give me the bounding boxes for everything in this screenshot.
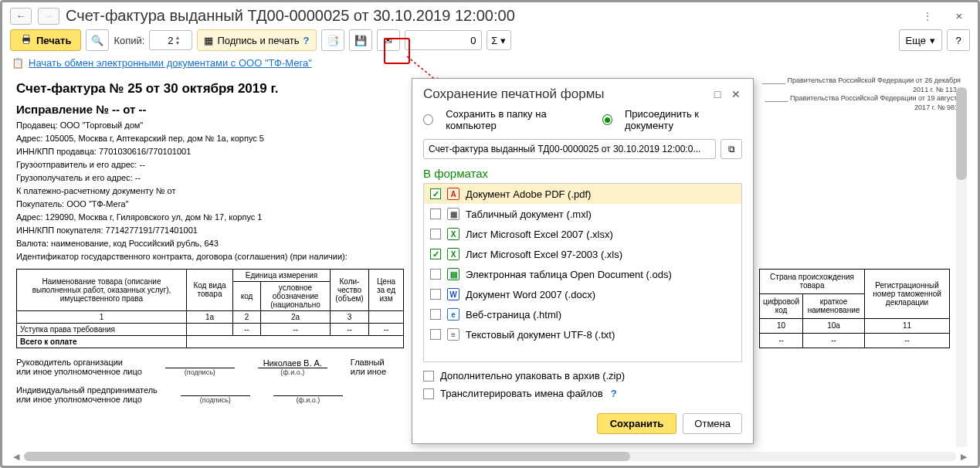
preview-button[interactable]: 🔍 — [86, 29, 109, 51]
save-button[interactable]: Сохранить — [597, 413, 677, 434]
svg-rect-2 — [24, 41, 29, 43]
print-label: Печать — [36, 35, 71, 46]
regulation-note: ______ Правительства Российской Федераци… — [760, 76, 961, 113]
sign-and-stamp-button[interactable]: ▦ Подпись и печать ? — [197, 29, 316, 51]
more-button[interactable]: Еще ▾ — [899, 29, 942, 51]
format-item[interactable]: W Документ Word 2007 (.docx) — [424, 284, 741, 304]
checkbox-translit[interactable] — [423, 388, 434, 399]
format-label: Документ Adobe PDF (.pdf) — [466, 188, 591, 200]
magnifier-icon: 🔍 — [91, 35, 103, 46]
help-icon[interactable]: ? — [611, 388, 617, 399]
send-email-button[interactable]: ✉ — [377, 29, 400, 51]
horizontal-scrollbar[interactable] — [24, 452, 956, 461]
vertical-scrollbar[interactable] — [956, 87, 967, 447]
doc-icon: W — [447, 288, 459, 300]
open-file-button[interactable]: ⧉ — [721, 139, 742, 159]
format-checkbox[interactable] — [430, 329, 441, 340]
save-file-button[interactable]: 💾 — [349, 29, 372, 51]
format-label: Текстовый документ UTF-8 (.txt) — [466, 329, 615, 341]
edit-template-button[interactable]: 📑 — [321, 29, 344, 51]
radio-attach-doc[interactable] — [602, 114, 612, 125]
format-checkbox[interactable] — [430, 249, 441, 259]
scroll-right-icon[interactable]: ▶ — [958, 450, 970, 463]
scroll-left-icon[interactable]: ◀ — [10, 450, 22, 463]
envelope-icon: ✉ — [384, 35, 392, 46]
format-checkbox[interactable] — [430, 188, 441, 199]
page-title: Счет-фактура выданный ТД00-0000025 от 30… — [66, 7, 916, 25]
copies-stepper[interactable]: ▲▼ — [149, 30, 192, 50]
format-checkbox[interactable] — [430, 269, 441, 280]
txt-icon: ≡ — [447, 328, 459, 341]
close-icon[interactable]: ✕ — [730, 88, 742, 100]
format-label: Веб-страница (.html) — [466, 309, 561, 320]
diskette-icon: 💾 — [354, 35, 367, 46]
format-label: Лист Microsoft Excel 2007 (.xlsx) — [466, 229, 613, 240]
format-item[interactable]: A Документ Adobe PDF (.pdf) — [424, 184, 741, 204]
cancel-button[interactable]: Отмена — [683, 413, 742, 434]
xls-icon: X — [447, 248, 459, 260]
radio-save-folder[interactable] — [423, 114, 433, 125]
sum-field[interactable] — [405, 30, 482, 50]
formats-list[interactable]: A Документ Adobe PDF (.pdf) ▦ Табличный … — [423, 183, 742, 362]
nav-forward-button[interactable]: → — [38, 8, 59, 25]
maximize-icon[interactable]: □ — [711, 88, 724, 100]
pdf-icon: A — [447, 188, 459, 200]
format-label: Документ Word 2007 (.docx) — [466, 289, 595, 300]
sum-button[interactable]: Σ ▾ — [487, 30, 511, 50]
format-item[interactable]: ▦ Табличный документ (.mxl) — [424, 204, 741, 224]
invoice-table-left: Наименование товара (описание выполненны… — [16, 269, 404, 348]
mxl-icon: ▦ — [447, 208, 459, 220]
htm-icon: e — [447, 308, 459, 320]
ods-icon: ▤ — [447, 268, 459, 280]
table-edit-icon: 📑 — [327, 35, 339, 46]
format-item[interactable]: e Веб-страница (.html) — [424, 304, 741, 324]
filename-input[interactable] — [423, 139, 716, 159]
svg-rect-1 — [24, 35, 29, 37]
invoice-table-right: Страна происхождения товара Регистрацион… — [759, 269, 950, 348]
format-checkbox[interactable] — [430, 209, 441, 219]
format-label: Лист Microsoft Excel 97-2003 (.xls) — [466, 249, 622, 260]
stamp-icon: ▦ — [204, 35, 213, 46]
nav-back-button[interactable]: ← — [10, 8, 32, 25]
copies-label: Копий: — [114, 35, 144, 46]
checkbox-zip[interactable] — [423, 371, 434, 382]
window-menu-icon[interactable]: ⋮ — [922, 10, 934, 22]
format-item[interactable]: X Лист Microsoft Excel 97-2003 (.xls) — [424, 244, 741, 264]
format-checkbox[interactable] — [430, 309, 441, 320]
edm-icon: 📋 — [12, 57, 24, 69]
start-edm-link[interactable]: Начать обмен электронными документами с … — [29, 57, 312, 69]
formats-section-title: В форматах — [412, 167, 753, 183]
printer-icon — [20, 33, 32, 48]
copies-input[interactable] — [150, 35, 175, 46]
close-button[interactable]: × — [948, 8, 970, 25]
format-item[interactable]: ▤ Электронная таблица Open Document (.od… — [424, 264, 741, 284]
format-label: Электронная таблица Open Document (.ods) — [466, 269, 672, 280]
help-button[interactable]: ? — [947, 29, 970, 51]
format-item[interactable]: ≡ Текстовый документ UTF-8 (.txt) — [424, 324, 741, 344]
save-print-form-dialog: Сохранение печатной формы □ ✕ Сохранить … — [412, 78, 754, 444]
format-checkbox[interactable] — [430, 289, 441, 300]
format-item[interactable]: X Лист Microsoft Excel 2007 (.xlsx) — [424, 224, 741, 244]
dialog-title: Сохранение печатной формы — [423, 86, 705, 102]
format-label: Табличный документ (.mxl) — [466, 209, 592, 220]
help-icon[interactable]: ? — [303, 35, 310, 46]
format-checkbox[interactable] — [430, 229, 441, 239]
xls-icon: X — [447, 228, 459, 240]
print-button[interactable]: Печать — [10, 29, 81, 51]
